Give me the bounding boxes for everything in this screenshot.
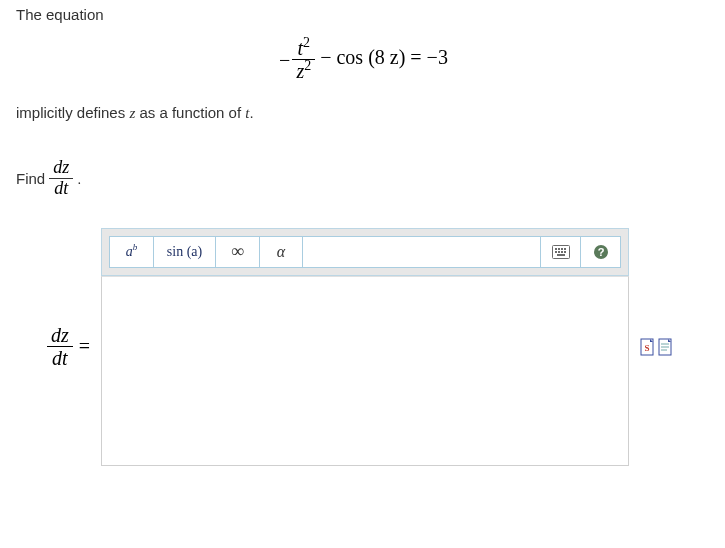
math-input[interactable]: [101, 276, 629, 466]
derivative-dz-dt: dz dt: [49, 158, 73, 199]
svg-rect-7: [561, 251, 563, 253]
help-button[interactable]: ?: [581, 236, 621, 268]
svg-rect-3: [561, 248, 563, 250]
svg-rect-4: [564, 248, 566, 250]
displayed-equation: − t2 z2 − cos (8 z) = −3: [16, 37, 709, 82]
svg-text:S: S: [644, 343, 649, 353]
svg-rect-1: [555, 248, 557, 250]
page-doc-button[interactable]: [658, 338, 674, 356]
trig-button[interactable]: sin (a): [153, 236, 215, 268]
keyboard-icon: [552, 245, 570, 259]
editor-wrap: ab sin (a) ∞ α: [100, 227, 630, 467]
svg-text:?: ?: [597, 246, 604, 258]
equals-sign: =: [79, 335, 90, 358]
document-page-icon: [658, 338, 674, 356]
keyboard-button[interactable]: [541, 236, 581, 268]
svg-rect-8: [564, 251, 566, 253]
svg-rect-6: [558, 251, 560, 253]
answer-row: dz dt = ab sin (a) ∞ α: [16, 227, 709, 467]
power-button[interactable]: ab: [109, 236, 153, 268]
intro-text: The equation: [16, 6, 709, 23]
infinity-button[interactable]: ∞: [215, 236, 259, 268]
problem-page: The equation − t2 z2 − cos (8 z) = −3 im…: [0, 0, 725, 467]
editor-toolbar: ab sin (a) ∞ α: [109, 236, 621, 268]
answer-lhs: dz dt =: [16, 324, 90, 369]
equation-rest: − cos (8 z) = −3: [315, 46, 448, 68]
find-label: Find: [16, 170, 45, 187]
toolbar-area: ab sin (a) ∞ α: [101, 228, 629, 276]
equation-fraction: t2 z2: [292, 37, 315, 82]
implicit-sentence: implicitly defines z as a function of t.: [16, 104, 709, 122]
svg-rect-2: [558, 248, 560, 250]
math-editor: ab sin (a) ∞ α: [100, 227, 630, 467]
find-instruction: Find dz dt .: [16, 158, 709, 199]
svg-rect-9: [557, 254, 565, 256]
svg-rect-5: [555, 251, 557, 253]
toolbar-spacer: [303, 236, 541, 268]
document-script-icon: S: [640, 338, 656, 356]
help-icon: ?: [593, 244, 609, 260]
alpha-button[interactable]: α: [259, 236, 303, 268]
lhs-fraction: dz dt: [47, 324, 73, 369]
side-icons: S: [640, 338, 674, 356]
script-doc-button[interactable]: S: [640, 338, 656, 356]
